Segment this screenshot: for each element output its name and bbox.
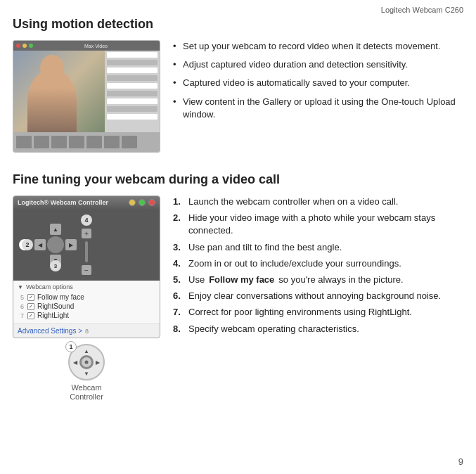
screenshot-bottom — [13, 132, 160, 152]
motion-detection-screenshot: Max Video — [13, 40, 160, 153]
sidebar-row-7 — [107, 98, 157, 104]
sidebar-row-8 — [107, 106, 157, 112]
max-dot — [29, 44, 33, 48]
step-text-4: Zoom in or out to include/exclude your s… — [188, 257, 401, 270]
zoom-controls: 4 + − — [81, 214, 92, 275]
step-text-8: Specify webcam operating characteristics… — [188, 323, 359, 335]
screenshot-titlebar: Max Video — [13, 41, 160, 51]
step-num-6: 6. — [173, 290, 184, 302]
advanced-settings-link[interactable]: Advanced Settings > — [18, 327, 82, 335]
webcam-icon-wrapper: 1 ▲ ▼ ◀ ▶ — [68, 344, 105, 402]
step-7: 7. Correct for poor lighting environment… — [173, 306, 459, 319]
nav-arrow-top: ▲ — [84, 348, 89, 354]
option-rightsound: 6 ✓ RightSound — [18, 302, 155, 310]
step-text-5-prefix: Use — [188, 274, 205, 286]
step-num-7: 7. — [173, 306, 184, 319]
step-5: 5. Use Follow my face so you're always i… — [173, 274, 459, 286]
rightlight-label: RightLight — [37, 312, 69, 319]
badge-3: 3 — [50, 260, 61, 271]
bullet-3: Captured video is automatically saved to… — [173, 77, 459, 89]
section-motion-detection: Using motion detection Max Video — [13, 17, 459, 153]
content-area: Using motion detection Max Video — [0, 17, 476, 404]
document-title: Logitech Webcam C260 — [381, 6, 463, 14]
sidebar-row-3 — [107, 68, 157, 73]
screenshot-main — [13, 51, 160, 132]
close-dot — [16, 44, 20, 48]
section1-title: Using motion detection — [13, 17, 459, 32]
dpad: ▲ ▼ ◀ ▶ 3 — [34, 224, 77, 266]
thumbnail-1 — [16, 136, 32, 148]
screenshot-inner: Max Video — [13, 41, 160, 152]
thumbnail-6 — [104, 136, 120, 148]
nav-arrow-bottom: ▼ — [84, 371, 89, 376]
bullet-2: Adjust captured video duration and detec… — [173, 58, 459, 71]
thumbnail-4 — [69, 136, 84, 148]
badge-5: 5 — [20, 294, 24, 301]
rightsound-checkbox[interactable]: ✓ — [27, 303, 34, 310]
step-8: 8. Specify webcam operating characterist… — [173, 323, 459, 335]
step-4: 4. Zoom in or out to include/exclude you… — [173, 257, 459, 270]
section2-title: Fine tuning your webcam during a video c… — [13, 172, 459, 187]
sidebar-row-1 — [107, 52, 157, 58]
step-num-2: 2. — [173, 212, 184, 237]
sidebar-row-2 — [107, 60, 157, 65]
zoom-bar — [85, 241, 88, 262]
section1-body: Max Video — [13, 40, 459, 153]
options-label: Webcam options — [26, 283, 73, 290]
step-text-5-suffix: so you're always in the picture. — [278, 274, 403, 286]
wc-controls: 1 2 ▲ ▼ ◀ ▶ — [13, 209, 160, 281]
step-num-5: 5. — [173, 274, 184, 286]
sidebar-row-5 — [107, 83, 157, 89]
section2-body: Logitech® Webcam Controller 1 — [13, 196, 459, 404]
section-fine-tuning: Fine tuning your webcam during a video c… — [13, 172, 459, 404]
step-1: 1. Launch the webcam controller when on … — [173, 196, 459, 208]
rightlight-checkbox[interactable]: ✓ — [27, 312, 34, 319]
wc-options: ▼ Webcam options 5 ✓ Follow my face 6 — [13, 281, 160, 324]
option-follow-face: 5 ✓ Follow my face — [18, 293, 155, 301]
wc-options-header: ▼ Webcam options — [18, 283, 155, 290]
dpad-right[interactable]: ▶ — [65, 239, 77, 250]
wc-title-text: Logitech® Webcam Controller — [18, 199, 126, 206]
icon-badge-1: 1 — [65, 341, 77, 352]
sidebar-row-6 — [107, 91, 157, 96]
nav-arrow-left: ◀ — [72, 359, 78, 365]
page-header: Logitech Webcam C260 — [0, 0, 476, 17]
step-6: 6. Enjoy clear conversations without ann… — [173, 290, 459, 302]
wc-max-button[interactable] — [139, 199, 146, 206]
zoom-out-button[interactable]: − — [82, 265, 91, 275]
step-num-8: 8. — [173, 323, 184, 335]
option-rightlight: 7 ✓ RightLight — [18, 312, 155, 319]
step-3: 3. Use pan and tilt to find the best ang… — [173, 241, 459, 254]
step-2: 2. Hide your video image with a photo wh… — [173, 212, 459, 237]
zoom-in-button[interactable]: + — [82, 229, 91, 238]
min-dot — [22, 44, 27, 48]
badge-2: 2 — [22, 239, 33, 250]
wc-close-button[interactable] — [148, 199, 155, 206]
step-text-1: Launch the webcam controller when on a v… — [188, 196, 398, 208]
badge-6: 6 — [20, 303, 24, 310]
webcam-controller-window: Logitech® Webcam Controller 1 — [13, 196, 160, 338]
step-num-3: 3. — [173, 241, 184, 254]
step-text-2: Hide your video image with a photo while… — [188, 212, 459, 237]
person-silhouette — [27, 69, 77, 132]
thumbnail-3 — [51, 136, 67, 148]
follow-face-checkbox[interactable]: ✓ — [27, 294, 34, 301]
wc-min-button[interactable] — [129, 199, 136, 206]
screenshot-video — [13, 51, 105, 132]
webcam-icon-label: WebcamController — [70, 383, 103, 402]
bullet-1: Set up your webcam to record video when … — [173, 40, 459, 53]
dpad-left[interactable]: ◀ — [34, 239, 46, 250]
badge-7: 7 — [20, 312, 24, 319]
nav-arrow-right: ▶ — [95, 359, 101, 365]
webcam-lens-dot — [85, 361, 89, 364]
dpad-up[interactable]: ▲ — [50, 224, 61, 235]
rightsound-label: RightSound — [37, 302, 74, 310]
thumbnail-7 — [122, 136, 137, 148]
options-arrow-icon: ▼ — [18, 284, 23, 290]
webcam-lens-icon — [79, 355, 94, 369]
step-text-7: Correct for poor lighting environments u… — [188, 306, 412, 319]
step-num-1: 1. — [173, 196, 184, 208]
step-text-6: Enjoy clear conversations without annoyi… — [188, 290, 441, 302]
bullet-4: View content in the Gallery or upload it… — [173, 96, 459, 121]
thumbnail-5 — [86, 136, 102, 148]
